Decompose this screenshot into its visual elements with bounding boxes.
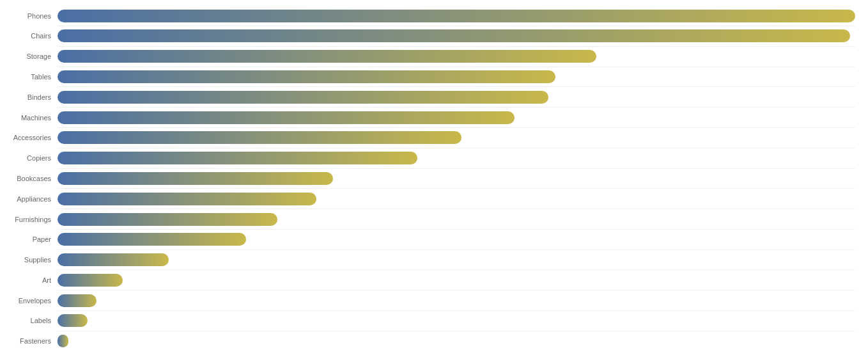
bar-track — [58, 335, 855, 347]
bar-row: Fasteners — [0, 332, 855, 350]
bar-row: Accessories — [0, 129, 855, 147]
divider — [58, 107, 855, 107]
divider — [58, 188, 855, 189]
bar-label: Bookcases — [0, 175, 58, 182]
bar-row: Furnishings — [0, 210, 855, 228]
bar-track — [58, 10, 855, 22]
divider — [58, 26, 855, 26]
bar-track — [58, 70, 855, 83]
divider — [58, 290, 855, 290]
bar-row: Phones — [0, 7, 855, 25]
bar — [58, 111, 515, 124]
bar — [58, 335, 68, 347]
divider — [58, 127, 855, 128]
divider — [58, 168, 855, 169]
bar-label: Art — [0, 276, 58, 284]
bar-track — [58, 253, 855, 266]
bar-track — [58, 50, 855, 63]
divider — [58, 86, 855, 87]
bar — [58, 10, 855, 22]
bar-row: Envelopes — [0, 292, 855, 310]
divider — [58, 250, 855, 250]
bar-label: Storage — [0, 52, 58, 60]
bar-track — [58, 314, 855, 327]
bar — [58, 70, 555, 83]
bar — [58, 172, 333, 185]
bar — [58, 29, 850, 42]
bar-track — [58, 152, 855, 164]
bar-row: Storage — [0, 47, 855, 65]
divider — [58, 46, 855, 47]
bar-row: Copiers — [0, 149, 855, 167]
divider — [58, 229, 855, 230]
bar — [58, 294, 97, 307]
bar-track — [58, 172, 855, 185]
bar — [58, 233, 246, 246]
bar — [58, 50, 596, 63]
bar-row: Bookcases — [0, 170, 855, 187]
bar-chart: PhonesChairsStorageTablesBindersMachines… — [0, 0, 868, 357]
divider — [58, 331, 855, 331]
bar-label: Tables — [0, 73, 58, 81]
divider — [58, 269, 855, 270]
divider — [58, 209, 855, 209]
bar-track — [58, 91, 855, 104]
bar-label: Accessories — [0, 134, 58, 141]
bar-label: Phones — [0, 12, 58, 20]
bar — [58, 213, 277, 226]
bar-row: Paper — [0, 230, 855, 248]
bar — [58, 193, 316, 205]
bar-label: Paper — [0, 235, 58, 243]
bar — [58, 131, 461, 144]
bar-label: Machines — [0, 114, 58, 122]
bar — [58, 253, 169, 266]
bar — [58, 314, 88, 327]
bar-track — [58, 193, 855, 205]
bar-label: Binders — [0, 93, 58, 101]
bar-label: Chairs — [0, 32, 58, 40]
bar-label: Labels — [0, 317, 58, 324]
bar-row: Binders — [0, 88, 855, 106]
bar-row: Machines — [0, 109, 855, 127]
bar-label: Fasteners — [0, 337, 58, 345]
bar-label: Copiers — [0, 154, 58, 162]
bar-row: Art — [0, 271, 855, 289]
bar-label: Appliances — [0, 195, 58, 203]
bar-label: Furnishings — [0, 216, 58, 223]
divider — [58, 67, 855, 67]
bar-track — [58, 29, 855, 42]
bar-label: Envelopes — [0, 297, 58, 305]
bar — [58, 91, 548, 104]
bar-row: Tables — [0, 68, 855, 86]
bar-row: Appliances — [0, 190, 855, 208]
bar-track — [58, 131, 855, 144]
divider — [58, 310, 855, 311]
bar-row: Labels — [0, 312, 855, 329]
bar-label: Supplies — [0, 256, 58, 264]
bar-row: Chairs — [0, 27, 855, 45]
bar-row: Supplies — [0, 251, 855, 269]
bar-track — [58, 233, 855, 246]
bar — [58, 274, 123, 287]
bar-track — [58, 111, 855, 124]
bar — [58, 152, 417, 164]
bar-track — [58, 274, 855, 287]
bar-track — [58, 213, 855, 226]
divider — [58, 148, 855, 148]
bar-track — [58, 294, 855, 307]
